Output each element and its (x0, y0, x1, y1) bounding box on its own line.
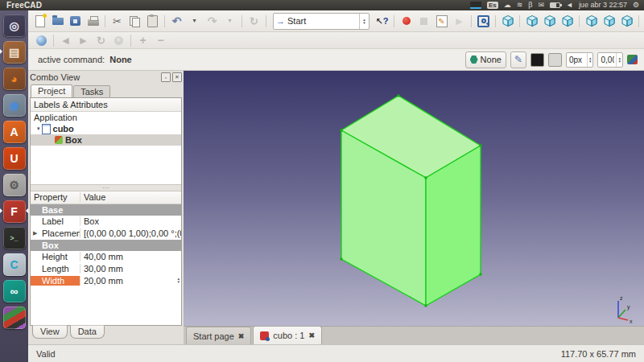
launcher-terminal[interactable]: >_ (0, 224, 28, 251)
property-row-height[interactable]: Height 40,00 mm (31, 251, 181, 263)
active-command-value: None (109, 55, 132, 64)
expander-icon[interactable]: ▶ (33, 230, 37, 237)
view-front-icon[interactable] (523, 13, 540, 29)
tab-start-page[interactable]: Start page ✖ (186, 327, 251, 344)
launcher-app-stack[interactable] (0, 304, 28, 331)
undo-icon[interactable]: ↶ (168, 13, 185, 29)
combo-view-titlebar[interactable]: Combo View ▫ ✕ (30, 71, 182, 84)
tree-item-box[interactable]: Box (31, 134, 181, 146)
close-icon[interactable]: ✖ (308, 331, 315, 339)
keyboard-layout-indicator[interactable]: Es (487, 2, 498, 9)
battery-icon[interactable] (550, 2, 560, 8)
combo-view-tabs: Project Tasks (30, 84, 182, 97)
launcher-ubuntu-one[interactable]: U (0, 145, 28, 171)
value-spin-buttons[interactable]: ▴ ▾ (177, 277, 180, 284)
property-group-box[interactable]: Box (31, 240, 181, 251)
launcher-freecad-icon: F (3, 200, 26, 223)
macro-record-icon[interactable] (398, 13, 415, 29)
panel-close-button[interactable]: ✕ (172, 72, 182, 82)
bluetooth-icon[interactable]: β (528, 2, 532, 9)
undo-dropdown-icon[interactable]: ▾ (186, 13, 203, 29)
launcher-firefox[interactable]: ◕ (0, 65, 28, 92)
volume-muted-icon[interactable]: ◄ (566, 2, 573, 9)
tab-view[interactable]: View (32, 325, 68, 339)
panel-splitter[interactable]: ⋯ (31, 184, 181, 191)
line-width-spinner[interactable]: 0px ▴ ▾ (566, 52, 594, 68)
macro-edit-icon[interactable]: ✎ (433, 13, 450, 29)
window-title: FreeCAD (6, 1, 42, 10)
launcher-system-settings-icon: ⚙ (3, 174, 26, 196)
line-width-spin-buttons[interactable]: ▴ ▾ (587, 53, 593, 67)
property-value[interactable]: 40,00 mm (80, 252, 181, 261)
tree-empty-area[interactable] (31, 146, 181, 184)
property-row-placement[interactable]: ▶ Placement [(0,00 0,00 1,00);0,00 °;(0,… (31, 228, 181, 240)
fit-all-icon[interactable] (475, 13, 492, 29)
close-icon[interactable]: ✖ (238, 332, 245, 340)
tab-data[interactable]: Data (70, 325, 105, 339)
tab-cubo-document[interactable]: cubo : 1 ✖ (253, 326, 322, 344)
launcher-system-settings[interactable]: ⚙ (0, 171, 28, 198)
property-row-length[interactable]: Length 30,00 mm (31, 263, 181, 275)
session-menu-icon[interactable]: ⚙ (633, 2, 639, 9)
paste-icon[interactable] (144, 13, 161, 29)
line-color-swatch[interactable] (530, 53, 544, 67)
save-document-icon[interactable] (67, 13, 84, 29)
cut-icon[interactable]: ✂ (109, 13, 126, 29)
tree-application-label: Application (34, 113, 77, 122)
text-size-spinner[interactable]: 0,00 ▴ ▾ (597, 52, 623, 68)
tree-item-application[interactable]: Application (31, 112, 181, 123)
copy-icon[interactable] (126, 13, 143, 29)
property-value[interactable]: 30,00 mm (80, 264, 181, 274)
workbench-selector-spinner[interactable]: ▴ ▾ (359, 14, 369, 29)
view-top-icon[interactable] (541, 13, 558, 29)
splitter-handle-icon: ⋯ (102, 184, 109, 191)
launcher-chromium[interactable]: ◉ (0, 92, 28, 118)
3d-viewport-canvas[interactable]: z y x (184, 71, 644, 326)
system-monitor-indicator[interactable] (470, 2, 481, 9)
draft-mode-button[interactable]: None (465, 51, 506, 68)
workbench-selector[interactable]: → Start ▴ ▾ (273, 13, 369, 30)
view-rear-icon[interactable] (583, 13, 600, 29)
mail-icon[interactable]: ✉ (538, 2, 544, 9)
face-color-swatch[interactable] (548, 53, 562, 67)
value-column-header[interactable]: Value (80, 192, 181, 202)
text-size-spin-buttons[interactable]: ▴ ▾ (616, 53, 622, 67)
draft-pen-button[interactable]: ✎ (510, 51, 526, 68)
view-right-icon[interactable] (559, 13, 576, 29)
new-document-icon[interactable] (31, 13, 48, 29)
launcher-ubuntu-dash[interactable]: ◎ (0, 12, 28, 39)
print-icon[interactable] (85, 13, 101, 29)
cloud-sync-icon[interactable]: ☁ (504, 2, 511, 9)
launcher-arduino[interactable]: ∞ (0, 278, 28, 304)
view-bottom-icon[interactable] (601, 13, 617, 29)
property-column-header[interactable]: Property (31, 192, 80, 202)
launcher-code[interactable]: C (0, 251, 28, 278)
whatsthis-icon[interactable]: ↖? (374, 13, 390, 29)
property-name: Height (31, 252, 80, 261)
launcher-freecad[interactable]: F (0, 198, 28, 224)
autogroup-icon[interactable] (627, 55, 638, 64)
view-axonometric-icon[interactable] (499, 13, 516, 29)
property-group-base[interactable]: Base (31, 204, 181, 216)
view-left-icon[interactable] (618, 13, 635, 29)
launcher-software-center[interactable]: A (0, 118, 28, 145)
nav-refresh-icon: ↻ (93, 32, 109, 48)
wifi-icon[interactable]: ≋ (517, 2, 523, 9)
clock[interactable]: jue abr 3 22:57 (579, 2, 627, 9)
pen-icon: ✎ (514, 55, 522, 64)
expander-icon[interactable]: ▾ (37, 125, 40, 132)
property-value[interactable]: [(0,00 0,00 1,00);0,00 °;(0,0... (80, 228, 181, 238)
launcher-ubuntu-dash-icon: ◎ (3, 14, 26, 37)
3d-viewport[interactable]: z y x (184, 71, 644, 326)
tab-tasks[interactable]: Tasks (73, 85, 110, 97)
panel-float-button[interactable]: ▫ (161, 72, 171, 82)
tree-item-document[interactable]: ▾ cubo (31, 123, 181, 134)
property-row-width[interactable]: Width 20,00 mm ▴ ▾ (31, 275, 181, 287)
web-home-icon[interactable] (33, 32, 50, 48)
tab-project[interactable]: Project (31, 84, 72, 97)
open-document-icon[interactable] (49, 13, 66, 29)
property-value[interactable]: 20,00 mm (80, 276, 181, 286)
property-value[interactable]: Box (80, 216, 181, 226)
launcher-files[interactable]: ▤ (0, 39, 28, 65)
property-row-label[interactable]: Label Box (31, 216, 181, 228)
